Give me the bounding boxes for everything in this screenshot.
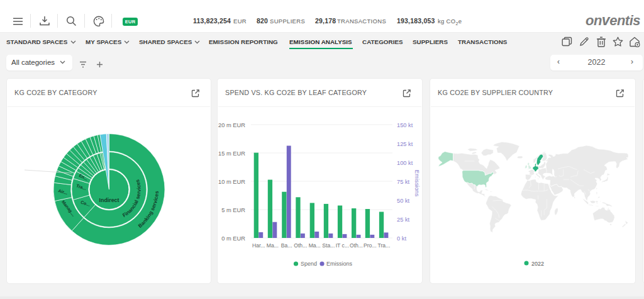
svg-text:Ma...: Ma... xyxy=(309,242,321,249)
svg-text:Oth...: Oth... xyxy=(294,242,307,249)
svg-text:0 m EUR: 0 m EUR xyxy=(221,235,245,242)
svg-text:5 m EUR: 5 m EUR xyxy=(221,207,245,213)
svg-text:Spend: Spend xyxy=(301,261,317,267)
svg-text:75 kt: 75 kt xyxy=(397,179,410,185)
svg-text:15 m EUR: 15 m EUR xyxy=(218,150,245,157)
svg-text:100 kt: 100 kt xyxy=(397,160,413,166)
svg-text:Har...: Har... xyxy=(252,242,265,249)
svg-text:Indirect: Indirect xyxy=(99,197,119,203)
svg-text:Ma...: Ma... xyxy=(267,242,279,249)
svg-text:Sta...: Sta... xyxy=(322,242,335,249)
svg-text:50 kt: 50 kt xyxy=(397,198,410,204)
svg-text:2022: 2022 xyxy=(531,261,544,267)
svg-text:125 kt: 125 kt xyxy=(397,141,413,147)
svg-text:Oth...: Oth... xyxy=(350,242,363,249)
svg-text:IT c...: IT c... xyxy=(336,242,349,249)
svg-text:20 m EUR: 20 m EUR xyxy=(218,122,245,128)
svg-text:Emissions: Emissions xyxy=(414,170,420,197)
svg-text:10 m EUR: 10 m EUR xyxy=(218,179,245,185)
svg-text:Tra...: Tra... xyxy=(378,242,391,249)
svg-text:Pro...: Pro... xyxy=(364,242,377,249)
svg-text:Emissions: Emissions xyxy=(326,261,353,267)
svg-text:25 kt: 25 kt xyxy=(397,217,410,223)
svg-text:150 kt: 150 kt xyxy=(397,122,413,128)
svg-text:0 kt: 0 kt xyxy=(397,235,406,242)
svg-text:Ba...: Ba... xyxy=(281,242,292,249)
